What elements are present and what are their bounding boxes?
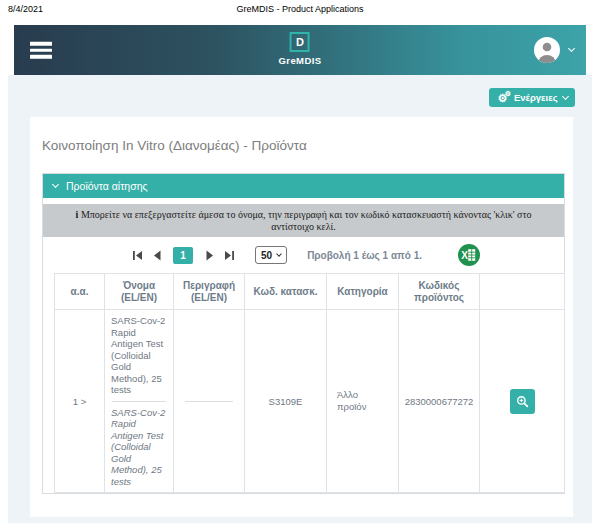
col-header-index: α.α. xyxy=(55,274,105,310)
user-avatar-icon xyxy=(534,37,560,63)
top-navbar: D GreMDIS xyxy=(14,25,586,75)
products-panel: Προϊόντα αίτησης i Μπορείτε να επεξεργασ… xyxy=(42,173,565,494)
info-message: i Μπορείτε να επεξεργαστείτε άμεσα το όν… xyxy=(43,204,564,237)
chevron-down-icon xyxy=(568,45,575,52)
previous-page-button[interactable] xyxy=(151,249,163,261)
description-divider xyxy=(185,401,233,402)
last-page-icon xyxy=(224,250,235,261)
col-header-manufacturer-code: Κωδ. κατασκ. xyxy=(245,274,327,310)
col-header-actions xyxy=(480,274,565,310)
info-icon: i xyxy=(76,209,79,220)
excel-icon: X xyxy=(458,244,480,266)
page-title: Κοινοποίηση In Vitro (Διανομέας) - Προϊό… xyxy=(42,138,573,155)
actions-button-label: Ενέργειες xyxy=(514,92,558,103)
page-size-value: 50 xyxy=(261,250,272,261)
actions-button[interactable]: ⚙⚙ Ενέργειες xyxy=(489,88,575,107)
menu-icon[interactable] xyxy=(30,39,52,62)
next-page-button[interactable] xyxy=(203,249,215,261)
product-description-cell[interactable] xyxy=(174,310,245,493)
pagination-summary: Προβολή 1 έως 1 από 1. xyxy=(307,250,422,261)
last-page-button[interactable] xyxy=(223,249,235,261)
page: 8/4/2021 GreMDIS - Product Applications … xyxy=(0,0,600,523)
col-header-description: Περιγραφή (EL/EN) xyxy=(174,274,245,310)
col-header-name: Όνομα (EL/EN) xyxy=(105,274,174,310)
category-cell: Άλλο προϊόν xyxy=(327,310,399,493)
actions-cell xyxy=(480,310,565,493)
table-row: 1 > SARS-Cov-2 Rapid Antigen Test (Collo… xyxy=(55,310,565,493)
product-code-cell: 2830000677272 xyxy=(399,310,480,493)
product-name-el: SARS-Cov-2 Rapid Antigen Test (Colloidal… xyxy=(111,315,167,396)
app-logo[interactable]: D GreMDIS xyxy=(279,32,322,66)
name-divider xyxy=(112,401,166,402)
page-size-select[interactable]: 50 xyxy=(255,246,287,264)
collapse-chevron-icon xyxy=(52,181,59,188)
manufacturer-code-cell[interactable]: S3109E xyxy=(245,310,327,493)
first-page-button[interactable] xyxy=(131,249,143,261)
export-excel-button[interactable]: X xyxy=(458,244,480,266)
products-table: α.α. Όνομα (EL/EN) Περιγραφή (EL/EN) Κωδ… xyxy=(54,273,565,493)
magnifier-plus-icon xyxy=(516,395,529,408)
panel-header[interactable]: Προϊόντα αίτησης xyxy=(43,174,564,198)
chevron-down-icon xyxy=(562,92,569,99)
logo-d-icon: D xyxy=(290,32,310,52)
select-caret-icon xyxy=(276,251,282,257)
col-header-category: Κατηγορία xyxy=(327,274,399,310)
first-page-icon xyxy=(132,250,143,261)
product-name-cell[interactable]: SARS-Cov-2 Rapid Antigen Test (Colloidal… xyxy=(105,310,174,493)
app-name: GreMDIS xyxy=(279,55,322,66)
user-menu[interactable] xyxy=(534,37,574,63)
cogs-icon: ⚙⚙ xyxy=(496,92,509,104)
table-header-row: α.α. Όνομα (EL/EN) Περιγραφή (EL/EN) Κωδ… xyxy=(55,274,565,310)
print-document-title: GreMDIS - Product Applications xyxy=(0,4,600,14)
svg-text:X: X xyxy=(461,250,468,261)
product-name-en: SARS-Cov-2 Rapid Antigen Test (Colloidal… xyxy=(111,407,167,488)
page-number-button[interactable]: 1 xyxy=(173,247,193,264)
col-header-product-code: Κωδικός προϊόντος xyxy=(399,274,480,310)
pagination-bar: 1 50 Προβολή 1 έως 1 από 1. xyxy=(43,237,564,273)
previous-page-icon xyxy=(152,250,163,261)
panel-title: Προϊόντα αίτησης xyxy=(66,180,148,192)
row-index-cell[interactable]: 1 > xyxy=(55,310,105,493)
next-page-icon xyxy=(204,250,215,261)
view-product-button[interactable] xyxy=(510,389,535,414)
info-text: Μπορείτε να επεξεργαστείτε άμεσα το όνομ… xyxy=(81,209,532,232)
content-card: Κοινοποίηση In Vitro (Διανομέας) - Προϊό… xyxy=(30,117,573,517)
